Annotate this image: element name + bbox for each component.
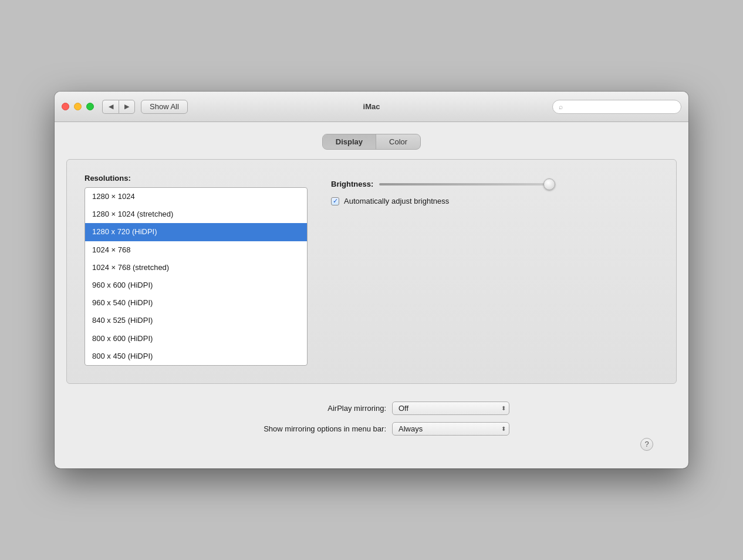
auto-brightness-checkbox[interactable]: ✓ [331,197,339,205]
search-icon: ⌕ [559,103,563,111]
airplay-label: AirPlay mirroring: [234,404,386,413]
list-item[interactable]: 960 x 600 (HiDPI) [85,276,307,294]
airplay-row: AirPlay mirroring: Off On [78,402,665,415]
window-title: iMac [363,102,380,111]
list-item-selected[interactable]: 1280 x 720 (HiDPI) [85,223,307,241]
airplay-select-wrapper: Off On [392,402,509,415]
list-item[interactable]: 800 x 450 (HiDPI) [85,348,307,365]
nav-buttons: ◀ ▶ [102,100,135,114]
mirroring-select-wrapper: Always Never While mirroring [392,422,509,436]
brightness-label: Brightness: [331,180,373,188]
tabs: Display Color [322,134,421,150]
tab-display[interactable]: Display [323,134,376,149]
list-item[interactable]: 1024 × 768 [85,241,307,259]
tabs-container: Display Color [66,134,677,150]
brightness-slider-track[interactable] [379,183,555,185]
mirroring-label: Show mirroring options in menu bar: [234,424,386,433]
brightness-slider-thumb[interactable] [543,178,555,190]
show-all-button[interactable]: Show All [141,100,188,114]
system-preferences-window: ◀ ▶ Show All iMac ⌕ Display Color Resolu… [55,92,688,468]
brightness-section: Brightness: ✓ Automatically adjust brigh… [331,174,658,366]
tab-color[interactable]: Color [376,134,420,149]
resolutions-label: Resolutions: [85,174,308,183]
titlebar: ◀ ▶ Show All iMac ⌕ [55,92,688,122]
brightness-row: Brightness: [331,180,658,188]
airplay-select[interactable]: Off On [392,402,509,415]
panel-inner: Resolutions: 1280 × 1024 1280 × 1024 (st… [85,174,658,366]
back-button[interactable]: ◀ [102,100,119,114]
search-input[interactable] [566,103,675,111]
mirroring-select[interactable]: Always Never While mirroring [392,422,509,436]
auto-brightness-row: ✓ Automatically adjust brightness [331,197,658,205]
list-item[interactable]: 800 x 600 (HiDPI) [85,330,307,348]
minimize-button[interactable] [74,103,82,110]
search-box[interactable]: ⌕ [552,100,681,114]
list-item[interactable]: 1280 × 1024 (stretched) [85,205,307,223]
list-item[interactable]: 840 x 525 (HiDPI) [85,312,307,329]
display-panel: Resolutions: 1280 × 1024 1280 × 1024 (st… [66,159,677,384]
maximize-button[interactable] [86,103,94,110]
auto-brightness-label: Automatically adjust brightness [344,197,449,205]
traffic-lights [62,103,94,110]
help-row: ? [78,438,665,451]
help-button[interactable]: ? [640,438,653,451]
resolution-list: 1280 × 1024 1280 × 1024 (stretched) 1280… [85,187,308,366]
list-item[interactable]: 1024 × 768 (stretched) [85,259,307,276]
close-button[interactable] [62,103,69,110]
list-item[interactable]: 960 x 540 (HiDPI) [85,294,307,312]
content-area: Display Color Resolutions: 1280 × 1024 1… [55,122,688,468]
forward-button[interactable]: ▶ [119,100,135,114]
resolutions-section: Resolutions: 1280 × 1024 1280 × 1024 (st… [85,174,308,366]
list-item[interactable]: 1280 × 1024 [85,188,307,205]
bottom-section: AirPlay mirroring: Off On Show mirroring… [66,396,677,457]
